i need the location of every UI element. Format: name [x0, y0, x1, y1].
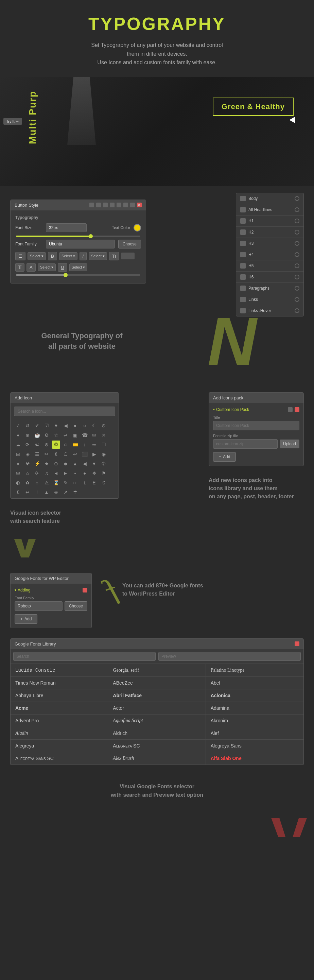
font-list-item[interactable]: Lucida Console: [11, 664, 108, 677]
font-list-item[interactable]: Abhaya Libre: [11, 689, 108, 702]
typo-menu-item-paragraphs[interactable]: Paragraphs: [236, 283, 303, 294]
icon-cell[interactable]: ⇒: [90, 441, 98, 449]
zip-file-input[interactable]: [213, 439, 278, 449]
edit-icon[interactable]: [288, 407, 293, 412]
icon-cell[interactable]: ☕: [33, 431, 41, 439]
icon-cell[interactable]: ↩: [24, 488, 32, 496]
icon-cell[interactable]: ✕: [100, 431, 108, 439]
icon-cell[interactable]: ★: [43, 460, 51, 468]
icon-cell[interactable]: ↗: [62, 488, 70, 496]
icon-cell[interactable]: ⚡: [33, 460, 41, 468]
icon-cell[interactable]: ☰: [33, 450, 41, 458]
icon-pack-title-input[interactable]: [213, 421, 300, 430]
icon-cell[interactable]: !: [33, 488, 41, 496]
icon-cell[interactable]: ☑: [43, 422, 51, 430]
format-select-2[interactable]: Select ▾: [59, 252, 78, 260]
delete-icon[interactable]: [295, 407, 300, 412]
icon-cell[interactable]: ◈: [24, 450, 32, 458]
font-list-item[interactable]: Alegreya SC: [108, 740, 206, 752]
accordion-toggle[interactable]: ▾ Custom Icon Pack: [213, 407, 249, 412]
icon-cell[interactable]: ☎: [81, 431, 89, 439]
fonts-lib-preview-input[interactable]: [159, 652, 301, 661]
icon-cell[interactable]: ©: [52, 441, 60, 449]
icon-cell[interactable]: ❖: [90, 469, 98, 477]
font-list-item[interactable]: Acme: [11, 702, 108, 714]
icon-cell[interactable]: ☁: [14, 441, 22, 449]
font-size-slider[interactable]: [16, 235, 140, 237]
typo-menu-item-h2[interactable]: H2: [236, 227, 303, 238]
icon-cell[interactable]: ⚠: [43, 479, 51, 487]
copy-icon[interactable]: [96, 203, 101, 207]
font-list-item[interactable]: Alegreya Sans: [206, 740, 303, 752]
icon-search-input[interactable]: [14, 407, 115, 416]
font-list-item[interactable]: Alegreya: [11, 740, 108, 752]
font-list-item[interactable]: Alex Brush: [108, 752, 206, 765]
icon-cell[interactable]: ▲: [71, 460, 79, 468]
file-icon[interactable]: [103, 203, 108, 207]
icon-cell[interactable]: ●: [81, 469, 89, 477]
icon-cell[interactable]: ℹ: [81, 479, 89, 487]
font-list-item[interactable]: Aguafina Script: [108, 714, 206, 727]
desktop-icon[interactable]: [110, 203, 114, 207]
format-select-3[interactable]: Select ▾: [89, 252, 107, 260]
icon-cell[interactable]: ●: [71, 422, 79, 430]
icon-cell[interactable]: ↕: [81, 441, 89, 449]
icon-cell[interactable]: £: [14, 488, 22, 496]
icon-cell[interactable]: ⟳: [24, 441, 32, 449]
font-list-item[interactable]: Aladin: [11, 727, 108, 740]
icon-cell[interactable]: 💳: [71, 441, 79, 449]
font-list-item[interactable]: Abril Fatface: [108, 689, 206, 702]
icon-cell[interactable]: ✉: [14, 469, 22, 477]
text-color-picker[interactable]: [133, 224, 141, 231]
icon-cell[interactable]: ↩: [71, 450, 79, 458]
icon-cell[interactable]: ◀: [81, 460, 89, 468]
secondary-slider[interactable]: [16, 274, 140, 276]
font-list-item[interactable]: Aclonica: [206, 689, 303, 702]
eye-icon[interactable]: [89, 203, 94, 207]
gf-accordion-toggle[interactable]: ▾ Adding: [14, 588, 30, 592]
icon-cell[interactable]: ☂: [71, 488, 79, 496]
icon-cell[interactable]: ⬛: [81, 450, 89, 458]
format-select-1[interactable]: Select ▾: [27, 252, 46, 260]
icon-cell[interactable]: ▪: [71, 469, 79, 477]
icon-cell[interactable]: ✆: [100, 460, 108, 468]
slider-thumb[interactable]: [89, 234, 93, 238]
typo-menu-item-h5[interactable]: H5: [236, 260, 303, 272]
format-select-4[interactable]: Select ▾: [38, 263, 56, 271]
icon-cell[interactable]: ☼: [33, 479, 41, 487]
tablet-icon[interactable]: [117, 203, 121, 207]
font-list-item[interactable]: Alegreya Sans SC: [11, 752, 108, 765]
icon-cell[interactable]: ◄: [52, 469, 60, 477]
icon-cell[interactable]: ♦: [14, 460, 22, 468]
font-list-item[interactable]: Times New Roman: [11, 677, 108, 689]
typo-menu-item-h1[interactable]: H1: [236, 215, 303, 227]
icon-cell[interactable]: ▲: [43, 488, 51, 496]
icon-cell[interactable]: ♥: [52, 422, 60, 430]
typo-menu-item-h4[interactable]: H4: [236, 249, 303, 260]
icon-cell[interactable]: ▶: [90, 450, 98, 458]
slider-thumb-2[interactable]: [63, 273, 68, 277]
icon-cell[interactable]: ☺: [62, 441, 70, 449]
icon-cell[interactable]: ⚑: [100, 469, 108, 477]
icon-cell[interactable]: ▼: [90, 460, 98, 468]
font-list-item[interactable]: Aldrich: [108, 727, 206, 740]
try-it-button[interactable]: Try It →: [3, 118, 22, 125]
gf-choose-button[interactable]: Choose: [65, 601, 87, 611]
icon-cell[interactable]: ⊗: [43, 441, 51, 449]
icon-cell[interactable]: ☢: [24, 460, 32, 468]
font-family-input[interactable]: [46, 240, 115, 248]
font-list-item[interactable]: Georgia, serif: [108, 664, 206, 677]
icon-cell[interactable]: ♦: [14, 431, 22, 439]
icon-cell[interactable]: ✓: [14, 422, 22, 430]
icon-cell[interactable]: ⌂: [24, 469, 32, 477]
icon-cell[interactable]: ✂: [43, 450, 51, 458]
fonts-lib-search-input[interactable]: [13, 652, 155, 661]
icon-cell[interactable]: ⌛: [52, 479, 60, 487]
icon-cell[interactable]: ◉: [100, 450, 108, 458]
icon-cell[interactable]: ✔: [33, 422, 41, 430]
icon-cell[interactable]: ☆: [52, 431, 60, 439]
font-list-item[interactable]: Akronim: [206, 714, 303, 727]
add-icon-pack-button[interactable]: + Add: [213, 452, 236, 461]
close-icon[interactable]: ✕: [137, 203, 142, 207]
icon-cell[interactable]: ✉: [90, 431, 98, 439]
